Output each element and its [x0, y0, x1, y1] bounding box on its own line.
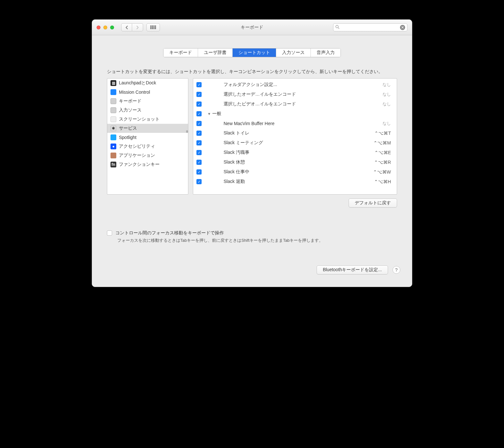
sidebar-item-label: アプリケーション: [119, 153, 155, 158]
shortcut-key[interactable]: ⌃⌥⌘T: [374, 131, 391, 136]
screenshot-icon: [110, 116, 116, 122]
shortcut-key[interactable]: なし: [383, 101, 391, 107]
shortcut-key[interactable]: なし: [383, 91, 391, 97]
checkbox-icon[interactable]: ✓: [196, 131, 202, 136]
checkbox-icon[interactable]: ✓: [196, 82, 202, 87]
checkbox-icon[interactable]: ✓: [196, 111, 202, 116]
checkbox-icon[interactable]: ✓: [196, 179, 202, 184]
checkbox-icon[interactable]: ✓: [196, 121, 202, 126]
shortcut-label: Slack 仕事中: [224, 169, 373, 175]
shortcut-group-header[interactable]: ✓ ▼ 一般: [193, 109, 397, 119]
sidebar-item-label: Spotlight: [119, 135, 136, 140]
shortcut-label: 選択したオーデ…イルをエンコード: [224, 91, 383, 97]
shortcut-row[interactable]: ✓ Slack トイレ ⌃⌥⌘T: [193, 128, 397, 138]
search-input[interactable]: [341, 25, 398, 30]
sidebar-item-label: アクセシビリティ: [119, 144, 155, 149]
keyboard-navigation-checkbox[interactable]: コントロール間のフォーカス移動をキーボードで操作: [92, 208, 412, 238]
checkbox-icon[interactable]: ✓: [196, 169, 202, 175]
back-button[interactable]: [121, 23, 132, 31]
sidebar-item-label: キーボード: [119, 98, 142, 104]
checkbox-icon[interactable]: ✓: [196, 92, 202, 97]
shortcut-row[interactable]: ✓ New MacVim Buffer Here なし: [193, 119, 397, 128]
tab-dictation[interactable]: 音声入力: [311, 48, 341, 57]
sidebar-item-screenshots[interactable]: スクリーンショット: [107, 115, 188, 124]
shortcut-row[interactable]: ✓ Slack ミーティング ⌃⌥⌘M: [193, 138, 397, 148]
scrollbar[interactable]: [186, 130, 188, 133]
sidebar-item-spotlight[interactable]: Spotlight: [107, 133, 188, 142]
sidebar-item-keyboard[interactable]: キーボード: [107, 97, 188, 106]
shortcut-row[interactable]: ✓ 選択したビデオ…イルをエンコード なし: [193, 99, 397, 109]
show-all-button[interactable]: [146, 23, 160, 31]
sidebar-item-input-sources[interactable]: 入力ソース: [107, 106, 188, 115]
shortcut-row[interactable]: ✓ Slack 退勤 ⌃⌥⌘H: [193, 177, 397, 187]
shortcut-row[interactable]: ✓ 選択したオーデ…イルをエンコード なし: [193, 90, 397, 99]
sidebar-item-label: サービス: [119, 125, 137, 131]
tab-shortcuts[interactable]: ショートカット: [233, 48, 276, 57]
app-icon: [110, 153, 116, 158]
shortcut-key[interactable]: なし: [383, 82, 391, 88]
input-sources-icon: [110, 107, 116, 113]
shortcut-label: Slack トイレ: [224, 130, 374, 136]
search-field[interactable]: ✕: [333, 23, 407, 31]
shortcut-label: Slack 休憩: [224, 159, 374, 165]
shortcut-label: Slack 汚職事: [224, 150, 374, 155]
clear-search-icon[interactable]: ✕: [400, 25, 405, 30]
checkbox-icon[interactable]: ✓: [196, 140, 202, 145]
sidebar-item-services[interactable]: ✱サービス: [107, 124, 188, 133]
tab-text[interactable]: ユーザ辞書: [198, 48, 233, 57]
sidebar-item-launchpad[interactable]: ▦LaunchpadとDock: [107, 79, 188, 88]
shortcut-row[interactable]: ✓ Slack 仕事中 ⌃⌥⌘W: [193, 167, 397, 177]
preferences-window: キーボード ✕ キーボード ユーザ辞書 ショートカット 入力ソース 音声入力 シ…: [92, 19, 412, 287]
tab-keyboard[interactable]: キーボード: [163, 48, 198, 57]
shortcut-key[interactable]: ⌃⌥⌘H: [374, 179, 391, 184]
forward-button[interactable]: [132, 23, 143, 31]
mission-control-icon: [110, 89, 116, 95]
sidebar-item-app[interactable]: アプリケーション: [107, 151, 188, 160]
help-button[interactable]: ?: [393, 266, 400, 274]
grid-icon: [150, 26, 156, 29]
checkbox-hint: フォーカスを次に移動するときはTabキーを押し、前に戻すときはShiftキーを押…: [92, 238, 412, 243]
services-icon: ✱: [110, 125, 116, 131]
restore-defaults-button[interactable]: デフォルトに戻す: [349, 198, 397, 208]
checkbox-icon[interactable]: ✓: [196, 150, 202, 155]
checkbox-icon[interactable]: [107, 230, 112, 236]
shortcut-label: Slack ミーティング: [224, 140, 373, 146]
svg-point-0: [336, 25, 338, 28]
spotlight-icon: [110, 134, 116, 140]
checkbox-icon[interactable]: ✓: [196, 160, 202, 165]
checkbox-icon[interactable]: ✓: [196, 101, 202, 107]
shortcut-row[interactable]: ✓ Slack 汚職事 ⌃⌥⌘E: [193, 148, 397, 157]
sidebar-item-function-keys[interactable]: fnファンクションキー: [107, 160, 188, 169]
window-controls: [97, 26, 114, 29]
shortcut-label: フォルダアクション設定...: [224, 82, 383, 88]
tab-input-sources[interactable]: 入力ソース: [276, 48, 311, 57]
sidebar-item-label: Mission Control: [119, 90, 150, 95]
search-icon: [335, 25, 340, 30]
bluetooth-keyboard-button[interactable]: Bluetoothキーボードを設定...: [317, 265, 388, 274]
disclosure-triangle-icon[interactable]: ▼: [207, 112, 211, 116]
fn-icon: fn: [110, 162, 116, 167]
keyboard-icon: [110, 98, 116, 104]
sidebar-item-label: スクリーンショット: [119, 116, 160, 122]
sidebar-item-accessibility[interactable]: ●アクセシビリティ: [107, 142, 188, 151]
shortcut-key[interactable]: ⌃⌥⌘R: [374, 160, 391, 165]
shortcut-row[interactable]: ✓ Slack 休憩 ⌃⌥⌘R: [193, 157, 397, 167]
shortcut-key[interactable]: ⌃⌥⌘W: [373, 169, 391, 175]
zoom-icon[interactable]: [110, 26, 114, 29]
close-icon[interactable]: [97, 26, 100, 29]
tab-bar: キーボード ユーザ辞書 ショートカット 入力ソース 音声入力: [163, 48, 341, 57]
shortcut-key[interactable]: ⌃⌥⌘M: [373, 140, 391, 145]
sidebar-item-label: ファンクションキー: [119, 162, 160, 167]
minimize-icon[interactable]: [103, 26, 107, 29]
shortcut-key[interactable]: なし: [383, 121, 391, 126]
shortcut-row[interactable]: ✓ フォルダアクション設定... なし: [193, 80, 397, 90]
shortcut-list[interactable]: ✓ ✓ フォルダアクション設定... なし ✓ 選択したオーデ…イルをエンコード…: [193, 78, 397, 195]
sidebar-item-label: 入力ソース: [119, 107, 142, 113]
group-label: 一般: [212, 111, 391, 117]
accessibility-icon: ●: [110, 144, 116, 149]
svg-line-1: [338, 27, 339, 29]
category-list[interactable]: ▦LaunchpadとDock Mission Control キーボード 入力…: [107, 78, 188, 195]
shortcut-key[interactable]: ⌃⌥⌘E: [374, 150, 391, 155]
sidebar-item-mission-control[interactable]: Mission Control: [107, 88, 188, 97]
instruction-text: ショートカットを変更するには、ショートカットを選択し、キーコンビネーションをクリ…: [92, 61, 412, 78]
